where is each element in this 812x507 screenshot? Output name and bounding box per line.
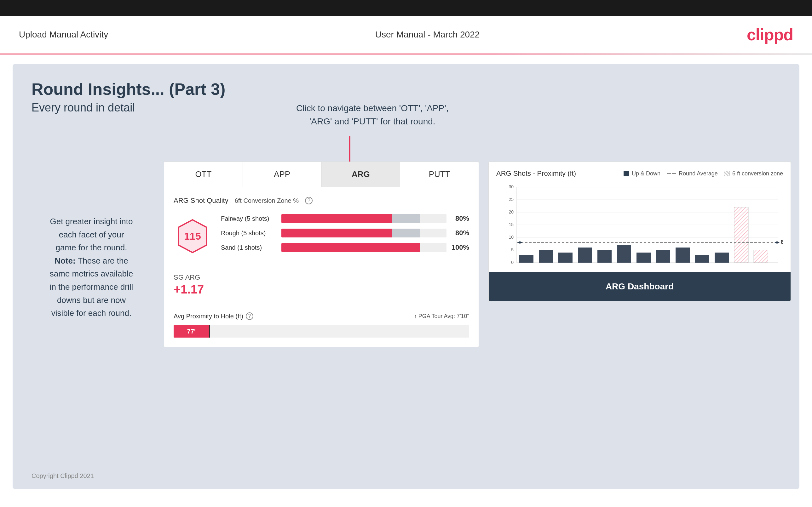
chart-title: ARG Shots - Proximity (ft) xyxy=(496,169,576,178)
proximity-bar-fill: 77' xyxy=(173,325,209,338)
upload-label[interactable]: Upload Manual Activity xyxy=(19,30,108,40)
section-header: ARG Shot Quality 6ft Conversion Zone % ? xyxy=(173,196,469,205)
svg-text:0: 0 xyxy=(511,260,514,265)
sg-arg-section: SG ARG +1.17 xyxy=(173,267,469,296)
sg-label: SG ARG xyxy=(173,273,469,282)
footer: Copyright Clippd 2021 xyxy=(32,472,94,480)
conversion-label: 6ft Conversion Zone % xyxy=(235,197,299,204)
desc-note: Note: xyxy=(54,256,75,266)
card-body: ARG Shot Quality 6ft Conversion Zone % ?… xyxy=(164,187,478,347)
hex-value: 115 xyxy=(184,230,201,242)
desc-line7: downs but are now xyxy=(57,295,126,305)
chart-svg: 0 5 10 15 20 25 30 xyxy=(496,184,783,272)
rough-bar xyxy=(282,229,447,237)
header-divider xyxy=(0,54,812,54)
svg-text:5: 5 xyxy=(511,247,514,252)
copyright: Copyright Clippd 2021 xyxy=(32,472,94,479)
proximity-cursor xyxy=(209,325,210,338)
proximity-value: 77' xyxy=(187,328,196,335)
bar-row-rough: Rough (5 shots) 80% xyxy=(221,229,469,237)
bar-row-fairway: Fairway (5 shots) 80% xyxy=(221,214,469,223)
desc-line6: in the performance drill xyxy=(50,282,133,292)
rough-fill-pink xyxy=(282,229,392,237)
legend-roundavg-label: Round Average xyxy=(679,170,718,177)
tab-ott[interactable]: OTT xyxy=(164,162,243,187)
sand-bar xyxy=(282,243,447,252)
proximity-header: Avg Proximity to Hole (ft) ? ↑ PGA Tour … xyxy=(173,313,469,320)
bar-5 xyxy=(597,250,612,263)
bar-10 xyxy=(695,255,709,263)
doc-title: User Manual - March 2022 xyxy=(375,30,479,40)
tab-bar: OTT APP ARG PUTT xyxy=(164,162,478,187)
arg-dashboard-btn[interactable]: ARG Dashboard xyxy=(489,272,791,301)
legend-updown-icon xyxy=(623,171,629,176)
legend-dashed-icon xyxy=(667,173,676,174)
tab-arg[interactable]: ARG xyxy=(322,162,401,187)
bar-6 xyxy=(617,245,631,263)
bar-9 xyxy=(675,247,690,263)
sand-percent: 100% xyxy=(450,243,469,251)
description-box: Get greater insight into each facet of y… xyxy=(38,215,145,320)
proximity-bar-container: 77' xyxy=(173,325,469,338)
svg-text:25: 25 xyxy=(509,197,514,202)
help-icon[interactable]: ? xyxy=(305,197,313,204)
logo-area: clippd xyxy=(747,25,793,44)
fairway-percent: 80% xyxy=(450,215,469,223)
shot-quality-label: ARG Shot Quality xyxy=(173,196,229,205)
rough-label: Rough (5 shots) xyxy=(221,230,277,237)
proximity-help-icon[interactable]: ? xyxy=(246,313,253,320)
bar-2 xyxy=(539,250,553,263)
chart-header: ARG Shots - Proximity (ft) Up & Down Rou… xyxy=(496,169,783,178)
main-content: Round Insights... (Part 3) Every round i… xyxy=(13,64,799,489)
svg-text:10: 10 xyxy=(509,235,514,240)
desc-line8: visible for each round. xyxy=(51,308,132,318)
nav-hint: Click to navigate between 'OTT', 'APP','… xyxy=(296,102,449,128)
desc-line2: each facet of your xyxy=(59,230,124,239)
legend-6ft-label: 6 ft conversion zone xyxy=(732,170,783,177)
round-avg-diamond xyxy=(517,241,522,244)
fairway-label: Fairway (5 shots) xyxy=(221,215,277,222)
quality-bars: Fairway (5 shots) 80% Rough (5 shots) xyxy=(221,214,469,258)
tab-app[interactable]: APP xyxy=(243,162,322,187)
hexagon-container: 115 Fairway (5 shots) 80% xyxy=(173,214,469,258)
clippd-logo: clippd xyxy=(747,25,793,44)
sand-fill-pink xyxy=(282,243,420,252)
bar-row-sand: Sand (1 shots) 100% xyxy=(221,243,469,252)
pga-avg: ↑ PGA Tour Avg: 7'10" xyxy=(414,313,469,320)
chart-legend: Up & Down Round Average 6 ft conversion … xyxy=(623,170,783,177)
fairway-fill-gray xyxy=(392,214,420,223)
arg-card: OTT APP ARG PUTT ARG Shot Quality 6ft Co… xyxy=(164,162,479,347)
page-title: Round Insights... (Part 3) xyxy=(32,80,780,99)
fairway-bar xyxy=(282,214,447,223)
bar-13 xyxy=(754,250,768,263)
legend-updown-label: Up & Down xyxy=(632,170,660,177)
svg-text:20: 20 xyxy=(509,210,514,215)
chart-area: 0 5 10 15 20 25 30 xyxy=(496,184,783,272)
tab-putt[interactable]: PUTT xyxy=(400,162,478,187)
header: Upload Manual Activity User Manual - Mar… xyxy=(0,16,812,54)
desc-line4: These are the xyxy=(75,256,128,266)
fairway-fill-pink xyxy=(282,214,392,223)
desc-line3: game for the round. xyxy=(56,243,127,252)
top-bar xyxy=(0,0,812,16)
svg-text:15: 15 xyxy=(509,222,514,227)
legend-roundavg: Round Average xyxy=(667,170,718,177)
bar-8 xyxy=(656,250,670,263)
sand-label: Sand (1 shots) xyxy=(221,244,277,251)
nav-hint-text: Click to navigate between 'OTT', 'APP','… xyxy=(296,103,449,126)
desc-line1: Get greater insight into xyxy=(50,217,133,226)
sg-value: +1.17 xyxy=(173,283,469,296)
desc-line5: same metrics available xyxy=(50,269,133,278)
proximity-section: Avg Proximity to Hole (ft) ? ↑ PGA Tour … xyxy=(173,306,469,338)
legend-hatch-icon xyxy=(724,171,730,176)
bar-7 xyxy=(637,252,651,263)
bar-11 xyxy=(715,252,729,263)
legend-6ft: 6 ft conversion zone xyxy=(724,170,783,177)
bar-1 xyxy=(519,255,534,263)
bar-12 xyxy=(734,207,748,263)
svg-text:30: 30 xyxy=(509,184,514,189)
proximity-title: Avg Proximity to Hole (ft) ? xyxy=(173,313,253,320)
bar-3 xyxy=(558,252,572,263)
bar-4 xyxy=(578,247,592,263)
hexagon-score: 115 xyxy=(173,217,211,255)
